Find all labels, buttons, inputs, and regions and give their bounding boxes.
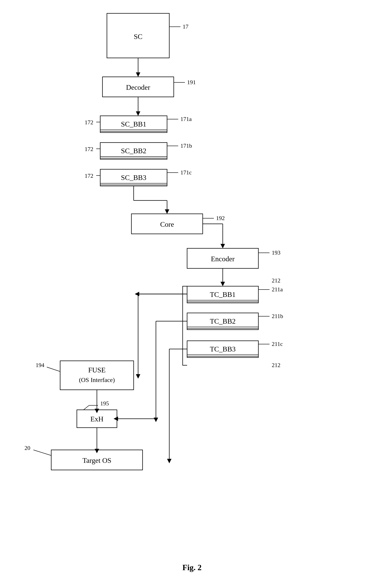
decoder-label: Decoder [126,83,150,91]
sc-bb2-label: SC_BB2 [121,147,146,155]
arrow-decoder-scbb1 [136,111,140,116]
sc-bb1-label: SC_BB1 [121,120,146,128]
arrow-core-encoder [220,244,225,248]
encoder-label: Encoder [211,255,235,263]
core-label: Core [160,220,174,228]
fuse-label-line1: FUSE [88,366,106,374]
target-os-ref: 20 [24,445,30,451]
svg-line-38 [84,405,89,410]
diagram-container: SC 17 Decoder 191 SC_BB1 171a 172 SC_BB2 [0,0,384,588]
arrow-scbb-core [165,209,169,214]
svg-line-34 [47,367,60,372]
tc-bb2-label: TC_BB2 [210,317,236,325]
decoder-ref: 191 [187,79,196,85]
fuse-label-line2: (OS Interface) [79,377,115,383]
exh-ref: 195 [100,400,109,407]
tc-bb-brace-bottom-ref: 212 [272,362,280,368]
core-ref: 192 [216,215,225,221]
svg-line-44 [33,450,51,456]
tc-bb1-label: TC_BB1 [210,291,236,298]
arrow-tcbb2-exh [154,418,158,422]
fuse-ref: 194 [36,362,44,368]
sc-bb3-ref: 171c [180,169,192,176]
fuse-box [60,361,134,390]
exh-label: ExH [90,415,104,423]
arrow-tcbb3-targetos [167,459,171,463]
arrow-to-fuse-v [136,374,140,379]
sc-bb3-brace-ref: 172 [85,173,93,179]
sc-ref: 17 [183,23,189,30]
target-os-label: Target OS [83,456,111,464]
tc-bb3-label: TC_BB3 [210,345,236,353]
sc-bb1-brace-ref: 172 [85,119,93,126]
tc-bb1-ref: 211a [272,286,283,293]
tc-bb-brace-top-ref: 212 [272,277,280,284]
arrow-encoder-tcbb1 [220,282,225,286]
figure-label: Fig. 2 [182,563,202,572]
tc-bb2-ref: 211b [272,313,283,319]
sc-bb2-brace-ref: 172 [85,146,93,152]
tc-bb-left-brace [183,286,187,365]
sc-bb3-label: SC_BB3 [121,173,146,182]
sc-bb1-ref: 171a [180,116,192,122]
sc-bb2-ref: 171b [180,143,192,149]
tc-bb3-ref: 211c [272,341,283,347]
sc-label: SC [134,33,142,41]
encoder-ref: 193 [272,250,280,256]
arrow-sc-decoder [136,72,140,77]
